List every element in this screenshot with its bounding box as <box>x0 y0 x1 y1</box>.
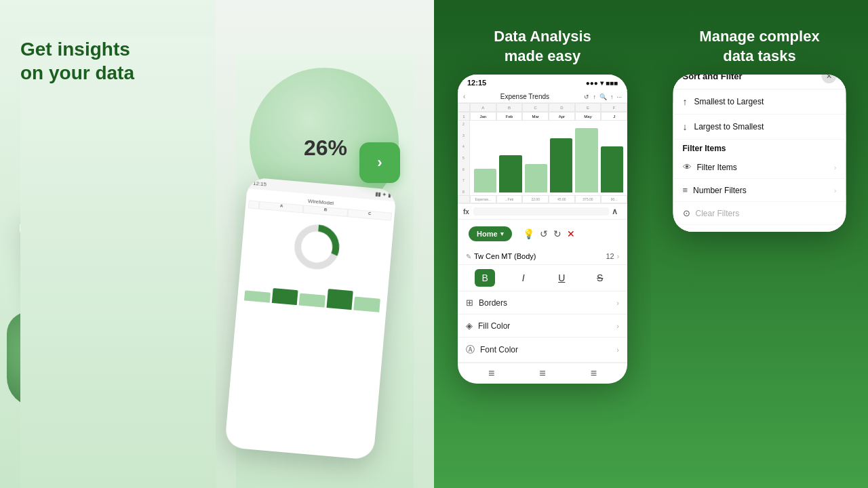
sort-filter-close-btn[interactable]: ✕ <box>822 75 837 83</box>
italic-btn[interactable]: I <box>513 269 534 287</box>
undo-icon[interactable]: ↺ <box>540 228 548 239</box>
bold-btn[interactable]: B <box>475 269 495 287</box>
headline-line1: Get insights <box>20 37 216 61</box>
time-3: 12:15 <box>467 79 486 87</box>
headline-container: Get insights on your data <box>20 37 216 488</box>
chevron-font: › <box>617 253 619 260</box>
sort-desc-icon: ↓ <box>683 121 688 132</box>
strikethrough-btn[interactable]: S <box>590 269 610 287</box>
home-tab-btn[interactable]: Home ▾ <box>469 226 512 241</box>
borders-row[interactable]: ⊞ Borders › <box>458 291 627 314</box>
panel3-title-line2: made easy <box>494 47 591 66</box>
panel4-title-line2: data tasks <box>699 47 819 66</box>
sort-item-desc[interactable]: ↓ Largest to Smallest <box>673 115 846 140</box>
filter-chevron-1: › <box>834 163 837 171</box>
filter-item-3: ⊙ Clear Filters <box>673 202 846 225</box>
align-left-btn[interactable]: ≡ <box>488 367 494 380</box>
headline-line2: on your data <box>20 61 216 85</box>
sort-asc-icon: ↑ <box>683 96 688 107</box>
panel-decorative: › 26% 12:15 ▮▮ ✦ ▮ WireModel A B C <box>216 0 434 488</box>
font-size-value: 12 <box>606 252 614 260</box>
filter-label-1: Filter Items <box>697 163 834 172</box>
panel4-title-line1: Manage complex <box>699 27 819 47</box>
toolbar-row-3: Home ▾ 💡 ↺ ↻ ✕ <box>458 220 627 248</box>
formula-label-3: fx <box>463 208 469 216</box>
font-style-row: B I U S <box>458 265 627 291</box>
donut2 <box>242 208 391 285</box>
status-bar-3: 12:15 ●●● ▾ ■■■ <box>458 75 627 91</box>
spreadsheet-area-3: A B C D E F 1 Jan Feb Mar Apr May J <box>458 103 627 203</box>
phone-screen-3: 12:15 ●●● ▾ ■■■ ‹ Expense Trends ↺ ↑ 🔍 ↑… <box>458 75 627 384</box>
filter-item-2[interactable]: ≡ Number Filters › <box>673 179 846 202</box>
sort-item-asc[interactable]: ↑ Smallest to Largest <box>673 89 846 115</box>
fill-color-label: Fill Color <box>478 321 616 331</box>
filter-label-3: Clear Filters <box>696 209 837 218</box>
font-color-label: Font Color <box>480 345 616 354</box>
formula-input-3[interactable] <box>473 207 609 216</box>
panel4-title: Manage complex data tasks <box>699 27 819 66</box>
font-color-row[interactable]: Ⓐ Font Color › <box>458 338 627 363</box>
panel3-title-line1: Data Analysis <box>494 27 591 47</box>
fill-color-chevron: › <box>616 322 619 330</box>
filter-section-title: Filter Items <box>673 140 846 156</box>
filter-icon-2: ≡ <box>683 185 688 195</box>
bar-chart-3 <box>470 121 627 195</box>
sort-desc-label: Largest to Smallest <box>694 122 764 131</box>
phone-screen-4: 12:15 ●●● ▾ ■■■ ‹ Personal Loan ↺ ↑ 🔍 ↑ … <box>673 75 846 232</box>
fill-color-row[interactable]: ◈ Fill Color › <box>458 314 627 338</box>
font-color-chevron: › <box>616 346 619 354</box>
sort-asc-label: Smallest to Largest <box>694 97 764 106</box>
font-pen-icon: ✎ <box>466 253 471 260</box>
align-center-btn[interactable]: ≡ <box>539 367 545 380</box>
home-label-3: Home <box>477 230 498 238</box>
formula-bar-3: fx ∧ <box>458 203 627 220</box>
percent-label: 26% <box>304 136 347 161</box>
borders-icon: ⊞ <box>466 298 473 308</box>
status-icons-3: ●●● ▾ ■■■ <box>586 79 618 87</box>
font-color-icon: Ⓐ <box>466 344 475 356</box>
panel-data-analysis: Data Analysis made easy 12:15 ●●● ▾ ■■■ … <box>434 0 651 488</box>
sort-filter-panel: Sort and Filter ✕ ↑ Smallest to Largest … <box>673 75 846 232</box>
phone-mockup-2: 12:15 ▮▮ ✦ ▮ WireModel A B C <box>224 177 397 460</box>
sort-filter-title: Sort and Filter <box>683 75 743 81</box>
redo-icon[interactable]: ↻ <box>553 228 561 239</box>
filter-item-1[interactable]: 👁 Filter Items › <box>673 156 846 179</box>
font-name-row: ✎ Tw Cen MT (Body) 12 › <box>458 248 627 265</box>
align-buttons-row: ≡ ≡ ≡ <box>458 363 627 384</box>
filter-icon-3: ⊙ <box>683 208 690 218</box>
close-icon-3[interactable]: ✕ <box>567 228 575 239</box>
filter-label-2: Number Filters <box>693 186 834 195</box>
doc-title-3: Expense Trends <box>500 93 549 100</box>
align-right-btn[interactable]: ≡ <box>591 367 597 380</box>
panel-manage-data: Manage complex data tasks 12:15 ●●● ▾ ■■… <box>651 0 868 488</box>
lightbulb-icon[interactable]: 💡 <box>523 228 534 239</box>
x-labels-3: Expense... ...Feb 22.00 45.00 375.00 90.… <box>458 195 627 203</box>
borders-label: Borders <box>479 298 616 308</box>
doc-title-bar-3: ‹ Expense Trends ↺ ↑ 🔍 ↑ ··· <box>458 91 627 103</box>
col-headers-3: A B C D E F <box>458 103 627 112</box>
filter-chevron-2: › <box>834 186 837 195</box>
month-row: 1 Jan Feb Mar Apr May J <box>458 112 627 121</box>
arrow-button[interactable]: › <box>359 142 400 183</box>
panel-insights: Get insights on your data ⊞ 12:15 ●●● ✦ … <box>0 0 216 488</box>
underline-btn[interactable]: U <box>551 269 572 287</box>
panel3-title: Data Analysis made easy <box>494 27 591 66</box>
chart-container-3: 2 3 4 5 6 7 8 <box>458 121 627 195</box>
borders-chevron: › <box>616 299 619 307</box>
filter-icon-1: 👁 <box>683 162 692 172</box>
font-name-label: Tw Cen MT (Body) <box>474 252 606 260</box>
fill-color-icon: ◈ <box>466 321 473 331</box>
phone2-content: WireModel A B C <box>237 188 396 316</box>
sort-filter-header: Sort and Filter ✕ <box>673 75 846 89</box>
